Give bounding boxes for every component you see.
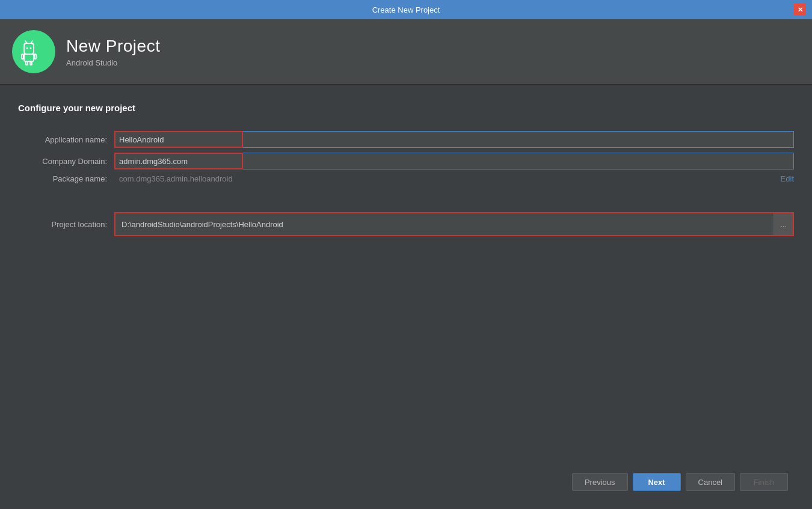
app-name-row: Application name: <box>18 131 794 148</box>
next-button[interactable]: Next <box>633 473 681 491</box>
location-section: Project location: ... <box>18 212 794 236</box>
package-name-row: Package name: com.dmg365.admin.helloandr… <box>18 174 794 183</box>
project-title: New Project <box>66 37 160 56</box>
project-location-label: Project location: <box>18 220 114 229</box>
svg-point-2 <box>30 47 32 49</box>
finish-button[interactable]: Finish <box>740 473 788 491</box>
section-title: Configure your new project <box>18 103 794 113</box>
browse-button[interactable]: ... <box>774 213 793 235</box>
edit-link[interactable]: Edit <box>781 174 794 183</box>
company-domain-row: Company Domain: <box>18 153 794 169</box>
app-name-filler <box>243 131 794 148</box>
project-subtitle: Android Studio <box>66 58 160 67</box>
header-text-area: New Project Android Studio <box>66 37 160 67</box>
header-area: New Project Android Studio <box>0 19 812 85</box>
company-domain-label: Company Domain: <box>18 157 114 166</box>
form-area: Application name: Company Domain: Packag… <box>18 131 794 236</box>
logo-circle <box>12 30 55 73</box>
previous-button[interactable]: Previous <box>572 473 628 491</box>
location-row: Project location: ... <box>18 212 794 236</box>
package-name-value: com.dmg365.admin.helloandroid <box>114 174 776 183</box>
spacer <box>18 254 794 461</box>
android-studio-logo <box>18 36 49 67</box>
main-content: Configure your new project Application n… <box>0 85 812 509</box>
svg-rect-8 <box>26 61 28 65</box>
app-name-input[interactable] <box>115 132 242 147</box>
package-name-label: Package name: <box>18 174 114 183</box>
close-button[interactable]: ✕ <box>794 4 806 16</box>
title-bar: Create New Project ✕ <box>0 0 812 19</box>
project-location-input[interactable] <box>115 213 774 235</box>
window-title: Create New Project <box>18 5 794 14</box>
company-domain-input[interactable] <box>115 154 242 168</box>
cancel-button[interactable]: Cancel <box>686 473 735 491</box>
app-name-label: Application name: <box>18 135 114 144</box>
svg-point-1 <box>26 47 28 49</box>
company-domain-filler <box>243 153 794 169</box>
location-input-container: ... <box>114 212 794 236</box>
bottom-bar: Previous Next Cancel Finish <box>18 461 794 497</box>
